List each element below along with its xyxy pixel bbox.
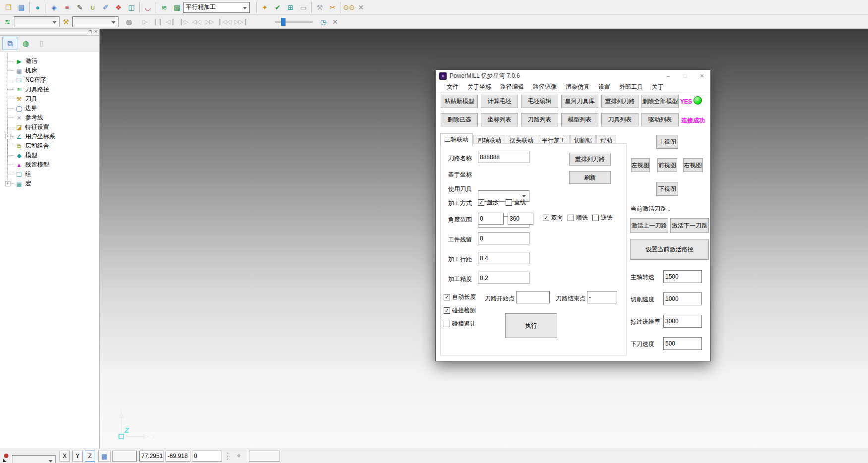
- tree-item-tools[interactable]: ⚒ 刀具: [3, 94, 99, 104]
- toolbar-close-icon[interactable]: ✕: [355, 1, 366, 13]
- set-active-path-button[interactable]: 设置当前激活路径: [630, 239, 709, 260]
- undercut-icon[interactable]: ◡: [141, 1, 154, 13]
- right-view-button[interactable]: 右视图: [683, 158, 703, 172]
- save-project-icon[interactable]: ▤: [15, 1, 28, 13]
- tool-pair-icon[interactable]: ⚒: [313, 1, 326, 13]
- workplane-compass-icon[interactable]: ⌖: [237, 452, 241, 460]
- grid-snap-icon[interactable]: ▦: [98, 451, 111, 462]
- sim-toolbar-close-icon[interactable]: ✕: [330, 16, 341, 28]
- drive-list-button[interactable]: 驱动列表: [641, 113, 679, 126]
- plunge-speed-input[interactable]: [663, 337, 702, 350]
- minimize-icon[interactable]: –: [660, 70, 677, 82]
- reorder-toolpaths-button[interactable]: 重排列刀路: [601, 95, 638, 108]
- start-point-input[interactable]: [516, 291, 550, 303]
- front-view-button[interactable]: 前视图: [657, 158, 677, 172]
- viewmill-icon[interactable]: ●: [31, 1, 44, 13]
- tool-list-button[interactable]: 刀具列表: [601, 113, 638, 126]
- explorer-header[interactable]: ⊡ ✕: [0, 29, 99, 36]
- menu-settings[interactable]: 设置: [594, 83, 615, 91]
- coord-x-field[interactable]: 77.2951: [139, 451, 164, 462]
- drag-grip[interactable]: [0, 32, 99, 36]
- panel-close-icon[interactable]: ✕: [94, 29, 98, 34]
- slider-handle[interactable]: [281, 18, 286, 26]
- sim-tool-combobox[interactable]: [72, 16, 118, 27]
- angle-end-input[interactable]: [508, 213, 533, 225]
- activate-prev-button[interactable]: 激活上一刀路: [630, 218, 668, 233]
- drag-grip[interactable]: [0, 29, 99, 32]
- tree-item-stock-models[interactable]: ▲ 残留模型: [3, 160, 99, 170]
- grid-size-field[interactable]: [112, 451, 137, 462]
- toolpath-icon[interactable]: ≋: [158, 1, 171, 13]
- menu-coordinates[interactable]: 关于坐标: [463, 83, 496, 91]
- cutting-speed-input[interactable]: [663, 292, 702, 305]
- rapid-heights-icon[interactable]: ≡: [60, 1, 73, 13]
- expand-icon[interactable]: +: [5, 134, 10, 139]
- tree-item-models[interactable]: ◆ 模型: [3, 151, 99, 160]
- line-checkbox[interactable]: 直线: [506, 198, 526, 207]
- climb-checkbox[interactable]: 顺铣: [568, 214, 588, 222]
- coord-z-field[interactable]: 0: [192, 451, 222, 462]
- start-point-icon[interactable]: ✎: [73, 1, 86, 13]
- workplane-field[interactable]: [249, 451, 280, 462]
- go-to-start-icon[interactable]: ❙◁◁: [216, 16, 232, 28]
- paste-new-model-button[interactable]: 粘贴新模型: [441, 95, 478, 108]
- trash-icon[interactable]: ▯: [34, 37, 49, 50]
- tree-item-workplanes[interactable]: + ∠ 用户坐标系: [3, 132, 99, 141]
- bottom-view-button[interactable]: 下视图: [656, 182, 678, 196]
- menu-file[interactable]: 文件: [442, 83, 463, 91]
- status-combobox[interactable]: [12, 455, 56, 463]
- tree-item-feature-sets[interactable]: ◪ 特征设置: [3, 122, 99, 132]
- play-icon[interactable]: ▷: [138, 16, 151, 28]
- stock-models-toolbar-icon[interactable]: ⊙⊙: [343, 1, 355, 13]
- step-back-icon[interactable]: ◁❙: [164, 16, 177, 28]
- maximize-icon[interactable]: □: [677, 70, 694, 82]
- y-toggle-button[interactable]: Y: [72, 451, 83, 462]
- menu-external-tools[interactable]: 外部工具: [615, 83, 647, 91]
- delete-all-models-button[interactable]: 删除全部模型: [641, 95, 679, 108]
- strategy-list-icon[interactable]: ▤: [171, 1, 183, 13]
- execute-button[interactable]: 执行: [505, 313, 557, 338]
- measure-icon[interactable]: ▭: [297, 1, 310, 13]
- pause-icon[interactable]: ❙❙: [151, 16, 164, 28]
- globe-icon[interactable]: ◍: [18, 37, 33, 50]
- tree-item-boundaries[interactable]: ◯ 边界: [3, 104, 99, 113]
- end-point-input[interactable]: [587, 291, 617, 303]
- stock-remain-input[interactable]: [478, 232, 529, 244]
- close-icon[interactable]: ✕: [694, 70, 710, 82]
- record-dot-icon[interactable]: [4, 454, 8, 458]
- menu-about[interactable]: 关于: [647, 83, 668, 91]
- tree-item-nc-programs[interactable]: ❒ NC程序: [3, 75, 99, 85]
- skim-feed-input[interactable]: [663, 315, 702, 328]
- bidirectional-checkbox[interactable]: ✓ 双向: [543, 214, 563, 222]
- calculator-icon[interactable]: ⊞: [284, 1, 297, 13]
- collision-avoid-checkbox[interactable]: 碰撞避让: [444, 320, 476, 328]
- coord-list-button[interactable]: 坐标列表: [481, 113, 518, 126]
- menu-path-edit[interactable]: 路径编辑: [496, 83, 528, 91]
- block-icon[interactable]: ◈: [48, 1, 60, 13]
- strategy-combobox[interactable]: 平行精加工: [183, 2, 250, 13]
- simulation-speed-slider[interactable]: [275, 17, 313, 27]
- reorder-toolpath-button[interactable]: 重排列刀路: [569, 153, 611, 166]
- model-list-button[interactable]: 模型列表: [561, 113, 598, 126]
- verify-toolpath-icon[interactable]: ✔: [271, 1, 284, 13]
- pattern-icon[interactable]: ✐: [99, 1, 112, 13]
- collision-check-checkbox[interactable]: ✓ 碰撞检测: [444, 306, 476, 315]
- tree-item-macros[interactable]: + ▤ 宏: [3, 179, 99, 188]
- z-toggle-button[interactable]: Z: [85, 451, 95, 462]
- toolpath-name-input[interactable]: [478, 151, 529, 163]
- menu-path-mirror[interactable]: 路径镜像: [528, 83, 561, 91]
- step-forward-icon[interactable]: ❙▷: [177, 16, 190, 28]
- mirror-transform-icon[interactable]: ✂: [326, 1, 339, 13]
- top-view-button[interactable]: 上视图: [656, 135, 678, 149]
- tab-3axis[interactable]: 三轴联动: [440, 133, 473, 146]
- sim-toolpath-combobox[interactable]: [14, 16, 59, 27]
- light-bulb-icon[interactable]: ◍: [122, 16, 135, 28]
- leads-links-icon[interactable]: ∪: [86, 1, 99, 13]
- spindle-speed-input[interactable]: [663, 270, 702, 283]
- expand-icon[interactable]: +: [5, 181, 10, 186]
- angle-start-input[interactable]: [478, 213, 504, 225]
- tree-item-patterns[interactable]: ✕ 参考线: [3, 113, 99, 122]
- calc-stock-button[interactable]: 计算毛坯: [481, 95, 518, 108]
- tree-item-levels[interactable]: ⧉ 层和组合: [3, 141, 99, 151]
- rewind-icon[interactable]: ◁◁: [190, 16, 203, 28]
